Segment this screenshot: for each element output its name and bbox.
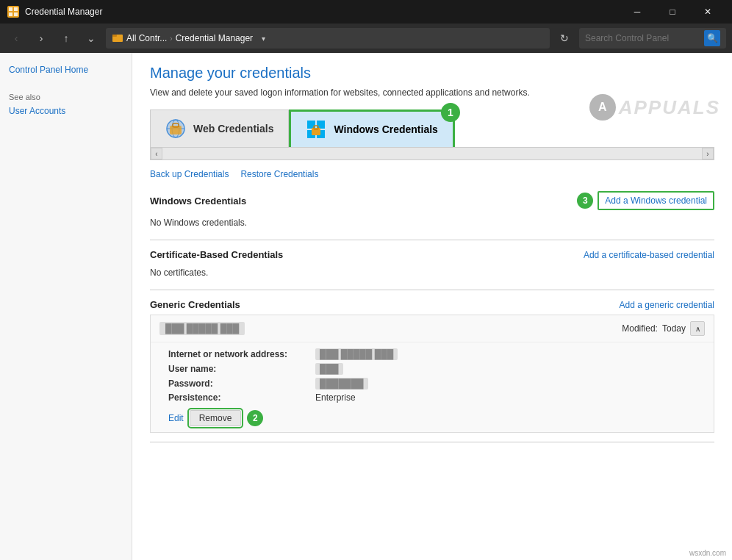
window-title: Credential Manager: [25, 7, 620, 17]
search-input[interactable]: [585, 33, 700, 43]
internet-address-row: Internet or network address: ███ █████ █…: [168, 348, 705, 360]
username-label: User name:: [168, 364, 315, 374]
generic-section-title: Generic Credentials: [150, 299, 240, 310]
svg-rect-3: [14, 12, 18, 16]
content-area: A APPUALS Manage your credentials View a…: [132, 53, 732, 560]
close-button[interactable]: ✕: [691, 0, 725, 24]
search-box: 🔍: [579, 28, 726, 49]
tab-windows-credentials-label: Windows Credentials: [334, 123, 437, 135]
cert-credentials-section: Certificate-Based Credentials Add a cert…: [150, 249, 714, 290]
credential-links: Back up Credentials Restore Credentials: [150, 169, 714, 179]
window-controls: ─ □ ✕: [620, 0, 725, 24]
sidebar: Control Panel Home See also User Account…: [0, 53, 132, 560]
address-bar: ‹ › ↑ ⌄ All Contr... › Credential Manage…: [0, 24, 732, 53]
expand-button[interactable]: ∧: [690, 321, 705, 336]
tab-web-credentials[interactable]: Web Credentials: [150, 110, 289, 147]
windows-credentials-icon: [306, 119, 326, 140]
user-accounts-link[interactable]: User Accounts: [9, 106, 123, 116]
backup-credentials-link[interactable]: Back up Credentials: [150, 169, 229, 179]
windows-section-header: Windows Credentials 3 Add a Windows cred…: [150, 191, 714, 210]
username-value: ███: [315, 363, 343, 375]
maximize-button[interactable]: □: [656, 0, 689, 24]
back-button[interactable]: ‹: [6, 28, 26, 49]
cred-actions: Edit Remove 2: [168, 410, 705, 426]
web-credentials-icon: [165, 118, 186, 139]
path-credential-manager: Credential Manager: [176, 33, 253, 43]
password-value: ███████: [315, 378, 368, 390]
title-bar: Credential Manager ─ □ ✕: [0, 0, 732, 24]
windows-credentials-section: Windows Credentials 3 Add a Windows cred…: [150, 191, 714, 240]
address-path[interactable]: All Contr... › Credential Manager ▾: [106, 28, 550, 49]
scroll-right-arrow[interactable]: ›: [702, 148, 714, 159]
down-button[interactable]: ⌄: [81, 28, 101, 49]
generic-cred-name: ███ █████ ███: [159, 322, 245, 335]
password-label: Password:: [168, 378, 315, 389]
username-row: User name: ███: [168, 363, 705, 375]
up-button[interactable]: ↑: [56, 28, 76, 49]
badge-2: 2: [247, 410, 263, 426]
minimize-button[interactable]: ─: [620, 0, 654, 24]
add-generic-credential-link[interactable]: Add a generic credential: [620, 300, 714, 310]
generic-cred-modified: Modified: Today ∧: [622, 321, 705, 336]
add-cert-credential-link[interactable]: Add a certificate-based credential: [584, 250, 714, 260]
no-windows-credentials-text: No Windows credentials.: [150, 215, 714, 231]
remove-credential-button[interactable]: Remove: [190, 410, 242, 426]
svg-rect-5: [112, 35, 117, 37]
scroll-left-arrow[interactable]: ‹: [151, 148, 162, 159]
internet-address-label: Internet or network address:: [168, 349, 315, 359]
scroll-track[interactable]: [162, 148, 702, 159]
see-also-label: See also: [9, 93, 123, 101]
page-title: Manage your credentials: [150, 65, 714, 82]
app-icon: [7, 6, 19, 18]
generic-cred-details: Internet or network address: ███ █████ █…: [151, 342, 714, 432]
modified-value: Today: [662, 323, 686, 334]
generic-credentials-section: Generic Credentials Add a generic creden…: [150, 299, 714, 442]
add-windows-credential-link[interactable]: Add a Windows credential: [598, 191, 714, 210]
folder-icon: [112, 32, 123, 46]
cert-section-header: Certificate-Based Credentials Add a cert…: [150, 249, 714, 260]
cert-section-title: Certificate-Based Credentials: [150, 249, 283, 260]
horizontal-scrollbar[interactable]: ‹ ›: [150, 147, 714, 160]
tab-windows-credentials[interactable]: Windows Credentials 1: [289, 110, 454, 147]
search-icon[interactable]: 🔍: [704, 30, 720, 46]
remove-label: Remove: [199, 413, 232, 423]
svg-rect-1: [14, 7, 18, 11]
edit-credential-link[interactable]: Edit: [168, 413, 184, 423]
generic-credential-entry: ███ █████ ███ Modified: Today ∧ Internet…: [150, 315, 714, 433]
no-cert-text: No certificates.: [150, 265, 714, 281]
main-container: Control Panel Home See also User Account…: [0, 53, 732, 560]
persistence-value: Enterprise: [315, 392, 356, 403]
svg-rect-2: [9, 12, 12, 16]
generic-cred-header[interactable]: ███ █████ ███ Modified: Today ∧: [151, 315, 714, 342]
modified-label: Modified:: [622, 323, 658, 334]
address-dropdown-button[interactable]: ▾: [256, 28, 270, 49]
persistence-label: Persistence:: [168, 392, 315, 403]
refresh-button[interactable]: ↻: [554, 28, 575, 49]
wsxdn-watermark: wsxdn.com: [689, 549, 726, 557]
svg-rect-0: [9, 7, 12, 11]
tab-web-credentials-label: Web Credentials: [193, 123, 273, 134]
path-all-control: All Contr...: [126, 33, 167, 43]
forward-button[interactable]: ›: [31, 28, 51, 49]
internet-address-value: ███ █████ ███: [315, 348, 398, 360]
windows-section-title: Windows Credentials: [150, 195, 246, 207]
tab-badge-1: 1: [441, 103, 460, 122]
control-panel-home-link[interactable]: Control Panel Home: [9, 65, 123, 75]
generic-section-header: Generic Credentials Add a generic creden…: [150, 299, 714, 310]
persistence-row: Persistence: Enterprise: [168, 392, 705, 403]
path-separator-1: ›: [170, 35, 172, 43]
restore-credentials-link[interactable]: Restore Credentials: [240, 169, 318, 179]
password-row: Password: ███████: [168, 378, 705, 390]
badge-3: 3: [577, 193, 593, 209]
